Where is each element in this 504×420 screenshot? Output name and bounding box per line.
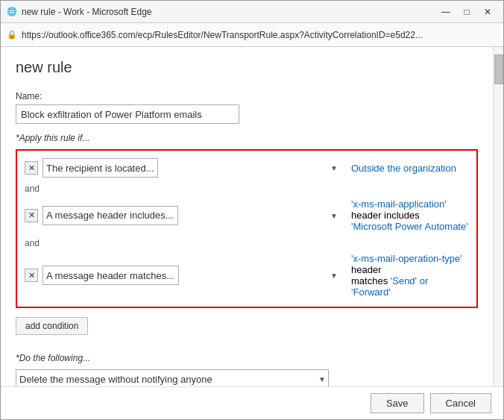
condition-2-dropdown[interactable]: A message header includes...	[42, 206, 178, 225]
condition-3-value-link-1[interactable]: 'x-ms-mail-operation-type'	[351, 253, 462, 264]
condition-row-2: ✕ A message header includes... ▼ 'x-ms-m…	[25, 198, 469, 232]
action-dropdown-wrapper: Delete the message without notifying any…	[16, 369, 329, 386]
condition-row-1: ✕ The recipient is located... ▼ Outside …	[25, 158, 469, 178]
condition-3-dropdown-wrapper: A message header matches... ▼	[42, 266, 341, 285]
title-bar: 🌐 new rule - Work - Microsoft Edge — □ ✕	[1, 1, 503, 23]
condition-1-value: Outside the organization	[351, 163, 469, 174]
condition-1-dropdown-wrapper: The recipient is located... ▼	[42, 158, 341, 178]
remove-condition-3-button[interactable]: ✕	[25, 269, 38, 282]
apply-label: *Apply this rule if...	[16, 133, 478, 143]
condition-1-value-link[interactable]: Outside the organization	[351, 163, 456, 174]
action-dropdown[interactable]: Delete the message without notifying any…	[16, 369, 329, 386]
condition-2-value-link-1[interactable]: 'x-ms-mail-application'	[351, 198, 447, 210]
dropdown-3-arrow-icon: ▼	[330, 272, 338, 280]
cancel-button[interactable]: Cancel	[430, 393, 491, 413]
page-content: new rule Name: *Apply this rule if... ✕ …	[1, 47, 503, 386]
minimize-button[interactable]: —	[436, 4, 456, 19]
dropdown-1-arrow-icon: ▼	[330, 164, 338, 172]
footer-bar: Save Cancel	[1, 386, 503, 419]
scrollbar-thumb[interactable]	[494, 54, 503, 84]
condition-1-dropdown[interactable]: The recipient is located...	[42, 158, 158, 178]
browser-icon: 🌐	[7, 7, 17, 17]
name-section: Name:	[16, 91, 478, 124]
do-label: *Do the following...	[16, 353, 478, 363]
lock-icon: 🔒	[7, 30, 17, 40]
name-input[interactable]	[16, 104, 239, 124]
rule-conditions-box: ✕ The recipient is located... ▼ Outside …	[16, 149, 478, 308]
condition-2-value-text: 'x-ms-mail-application' header includes …	[351, 198, 468, 232]
condition-3-value-text: 'x-ms-mail-operation-type' header matche…	[351, 253, 462, 298]
condition-2-value: 'x-ms-mail-application' header includes …	[351, 198, 469, 232]
add-condition-button[interactable]: add condition	[16, 317, 88, 335]
condition-2-dropdown-wrapper: A message header includes... ▼	[42, 206, 341, 225]
remove-condition-2-button[interactable]: ✕	[25, 209, 38, 222]
maximize-button[interactable]: □	[457, 4, 476, 19]
main-area: new rule Name: *Apply this rule if... ✕ …	[1, 47, 493, 386]
apply-section: *Apply this rule if... ✕ The recipient i…	[16, 133, 478, 344]
page-title: new rule	[16, 59, 478, 76]
condition-row-3: ✕ A message header matches... ▼ 'x-ms-ma…	[25, 253, 469, 298]
title-bar-left: 🌐 new rule - Work - Microsoft Edge	[7, 7, 152, 17]
and-label-1: and	[25, 184, 469, 194]
condition-2-includes-text: header includes	[351, 210, 420, 221]
do-section: *Do the following... Delete the message …	[16, 353, 478, 386]
address-bar: 🔒 https://outlook.office365.com/ecp/Rule…	[1, 23, 503, 47]
condition-3-header-text: header	[351, 264, 381, 275]
scrollbar[interactable]	[493, 47, 503, 386]
save-button[interactable]: Save	[371, 393, 424, 413]
and-label-2: and	[25, 238, 469, 248]
condition-3-dropdown[interactable]: A message header matches...	[42, 266, 179, 285]
window-title: new rule - Work - Microsoft Edge	[22, 7, 152, 17]
title-bar-controls: — □ ✕	[436, 4, 497, 19]
remove-condition-1-button[interactable]: ✕	[25, 161, 38, 175]
dropdown-2-arrow-icon: ▼	[330, 211, 338, 219]
address-text[interactable]: https://outlook.office365.com/ecp/RulesE…	[22, 30, 497, 40]
close-button[interactable]: ✕	[478, 4, 497, 19]
name-label: Name:	[16, 91, 478, 101]
condition-3-matches-text: matches	[351, 275, 391, 286]
browser-window: 🌐 new rule - Work - Microsoft Edge — □ ✕…	[0, 0, 504, 420]
condition-2-value-link-2[interactable]: 'Microsoft Power Automate'	[351, 221, 468, 232]
condition-3-value: 'x-ms-mail-operation-type' header matche…	[351, 253, 469, 298]
action-row: Delete the message without notifying any…	[16, 369, 478, 386]
